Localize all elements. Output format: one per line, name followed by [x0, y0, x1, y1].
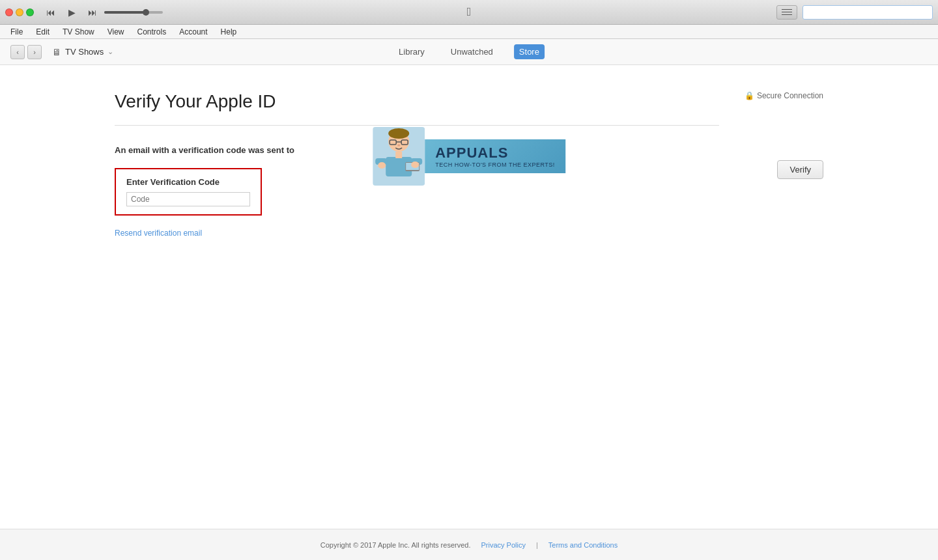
back-button[interactable]: ‹ [10, 45, 25, 59]
footer: Copyright © 2017 Apple Inc. All rights r… [0, 529, 938, 560]
svg-point-13 [378, 162, 386, 169]
svg-point-2 [388, 128, 409, 139]
footer-copyright: Copyright © 2017 Apple Inc. All rights r… [320, 541, 471, 549]
verification-code-input[interactable] [126, 192, 250, 206]
secure-connection-text: Secure Connection [757, 91, 823, 100]
title-bar: ⏮ ▶ ⏭  [0, 0, 938, 25]
verify-button[interactable]: Verify [777, 160, 823, 179]
menu-help[interactable]: Help [216, 26, 242, 38]
progress-fill [104, 11, 145, 14]
tab-unwatched[interactable]: Unwatched [446, 44, 498, 59]
verification-box: Enter Verification Code [115, 168, 262, 216]
character-illustration [373, 127, 425, 186]
menu-file[interactable]: File [5, 26, 28, 38]
menu-line-1 [782, 9, 792, 10]
resend-verification-link[interactable]: Resend verification email [115, 229, 719, 238]
svg-point-14 [411, 161, 419, 168]
maximize-button[interactable] [26, 8, 34, 16]
menu-button[interactable] [776, 5, 797, 20]
menu-view[interactable]: View [102, 26, 130, 38]
menu-account[interactable]: Account [174, 26, 212, 38]
nav-arrows: ‹ › [10, 45, 42, 59]
svg-point-6 [397, 145, 400, 147]
menu-line-2 [782, 12, 792, 12]
watermark: APPUALS Tech How-To's From The Experts! [373, 127, 565, 186]
progress-bar[interactable] [104, 11, 163, 14]
secure-connection: 🔒 Secure Connection [745, 91, 823, 100]
main-content: Verify Your Apple ID 🔒 Secure Connection… [0, 65, 938, 264]
breadcrumb-text: TV Shows [65, 47, 104, 57]
page-title: Verify Your Apple ID [115, 91, 719, 112]
lock-icon: 🔒 [745, 91, 754, 100]
footer-separator: | [536, 541, 538, 549]
title-bar-right [776, 5, 933, 20]
title-divider [115, 125, 719, 126]
apple-logo:  [467, 5, 472, 19]
tab-library[interactable]: Library [393, 44, 430, 59]
menu-bar: File Edit TV Show View Controls Account … [0, 25, 938, 39]
window-controls [5, 8, 34, 16]
footer-privacy-link[interactable]: Privacy Policy [481, 541, 525, 549]
nav-tabs: Library Unwatched Store [393, 44, 545, 59]
transport-controls: ⏮ ▶ ⏭ [44, 6, 99, 19]
tv-icon: 🖥 [52, 47, 61, 57]
appuals-brand-text: APPUALS [435, 145, 555, 161]
appuals-tagline-text: Tech How-To's From The Experts! [435, 161, 555, 168]
minimize-button[interactable] [16, 8, 23, 16]
breadcrumb-area: 🖥 TV Shows ⌄ [52, 47, 113, 57]
breadcrumb-chevron-icon: ⌄ [107, 48, 113, 56]
forward-button[interactable]: › [27, 45, 42, 59]
nav-bar: ‹ › 🖥 TV Shows ⌄ Library Unwatched Store [0, 39, 938, 65]
main-scroll[interactable]: Verify Your Apple ID 🔒 Secure Connection… [0, 65, 938, 529]
verification-label: Enter Verification Code [126, 177, 250, 187]
menu-tvshow[interactable]: TV Show [57, 26, 100, 38]
appuals-text-block: APPUALS Tech How-To's From The Experts! [425, 139, 565, 173]
svg-rect-12 [395, 152, 402, 158]
play-button[interactable]: ▶ [65, 6, 78, 19]
footer-terms-link[interactable]: Terms and Conditions [548, 541, 618, 549]
tab-store[interactable]: Store [514, 44, 545, 59]
menu-controls[interactable]: Controls [132, 26, 172, 38]
progress-knob[interactable] [143, 9, 149, 16]
rewind-button[interactable]: ⏮ [44, 6, 57, 19]
fast-forward-button[interactable]: ⏭ [86, 6, 99, 19]
close-button[interactable] [5, 8, 13, 16]
menu-line-3 [782, 14, 792, 15]
appuals-logo: APPUALS Tech How-To's From The Experts! [373, 127, 565, 186]
menu-edit[interactable]: Edit [31, 26, 55, 38]
search-input[interactable] [803, 5, 933, 20]
app-window: ⏮ ▶ ⏭  File Edit TV Show View Controls … [0, 0, 938, 560]
